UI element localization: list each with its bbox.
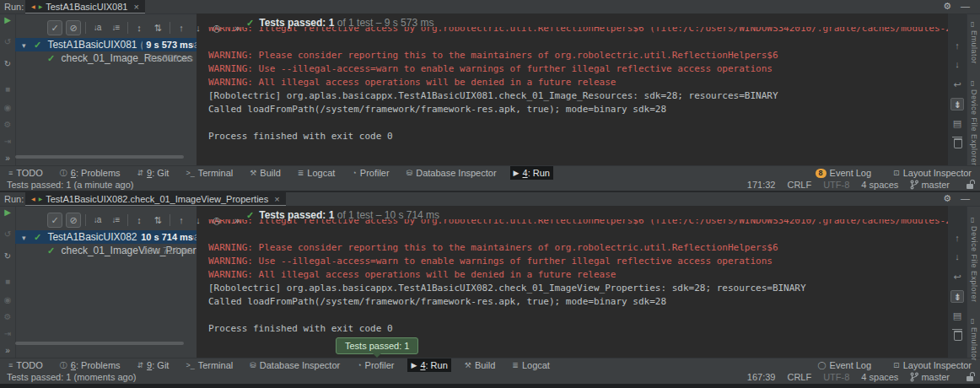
scroll-up-button[interactable]: ↑ [948,40,967,51]
left-toolbar: ▶ ↺ ↻ ■ ◉ ⚙ ⇥ » [0,13,16,165]
toolwindow-problems[interactable]: ⓘ6: Problems [57,358,124,372]
print-button[interactable]: ▤ [948,118,967,129]
collapse-all-button[interactable]: ⇅ [150,213,165,228]
test-settings-button[interactable]: ⚙ [0,120,15,130]
toolwindow-build[interactable]: ⚒Build [246,166,284,180]
sidebar-tab-emulator[interactable]: Emulator [970,327,978,361]
more-options-icon[interactable]: » [0,154,15,164]
scroll-down-button[interactable]: ↓ [948,59,967,69]
rerun-failed-tests-button[interactable]: ↺ [0,37,15,47]
hide-icon[interactable]: — [961,193,970,203]
close-icon[interactable]: × [133,2,138,12]
toolwindow-logcat[interactable]: ≣Logcat [509,358,553,372]
screenshot-button[interactable]: ◉ [0,103,15,113]
git-branch-widget[interactable]: master [910,370,950,384]
run-tab[interactable]: ◀▶ TestA1BasicUIX081 × [25,0,145,13]
next-failed-test-button[interactable]: ↓ [191,20,206,35]
gear-icon[interactable]: ⚙ [943,193,951,204]
show-passed-toggle[interactable]: ✓ [47,20,62,35]
indent-setting[interactable]: 4 spaces [861,372,898,382]
rerun-button[interactable]: ▶ [0,15,15,25]
sidebar-tab-emulator[interactable]: Emulator [970,30,978,64]
toolwindow-build[interactable]: ⚒Build [461,358,499,372]
next-failed-test-button[interactable]: ↓ [191,213,206,228]
toolwindow-todo[interactable]: ≡TODO [5,358,46,372]
indent-setting[interactable]: 4 spaces [861,180,898,190]
test-history-button[interactable]: ◷ [209,20,224,35]
screenshot-button[interactable]: ◉ [0,295,15,305]
test-duration: 9 s 573 ms [143,38,193,51]
test-tree-child-row[interactable]: ✓ check_01_ImageView_Properties 10 s 714… [15,244,197,257]
tree-horizontal-scrollbar[interactable] [15,342,184,345]
toolwindow-terminal[interactable]: >_Terminal [182,358,236,372]
clear-console-button[interactable] [954,331,962,341]
rerun-button[interactable]: ▶ [0,207,15,218]
line-ending[interactable]: CRLF [787,372,811,382]
sidebar-tab-device-file-explorer[interactable]: Device File Explorer [970,89,978,166]
chevron-down-icon[interactable]: ▾ [22,234,26,242]
more-toolbar-icon[interactable]: » [229,20,245,35]
show-ignored-toggle[interactable]: ⊘ [66,213,81,228]
toolwindow-database-inspector[interactable]: ⛁Database Inspector [403,166,500,180]
clear-console-button[interactable] [954,138,962,148]
stop-button[interactable]: ■ [0,84,15,94]
caret-position[interactable]: 167:39 [747,372,776,382]
sort-by-duration-button[interactable]: ↓≡ [108,213,123,228]
run-tab[interactable]: ◀▶ TestA1BasicUIX082.check_01_ImageView_… [25,192,286,206]
file-encoding[interactable]: UTF-8 [823,180,849,190]
expand-all-button[interactable]: ↕ [132,20,147,35]
sidebar-tab-device-file-explorer[interactable]: Device File Explorer [970,226,978,303]
toggle-auto-test-button[interactable]: ↻ [0,251,15,261]
print-button[interactable]: ▤ [948,310,967,321]
toolwindow-git[interactable]: ⇵9: Git [134,358,173,372]
test-history-button[interactable]: ◷ [209,213,224,228]
test-tree-child-row[interactable]: ✓ check_01_Image_Resources 9 s 573 ms [15,51,197,65]
scroll-to-end-toggle[interactable]: ⇟ [950,290,964,303]
test-tree-root-row[interactable]: ▾ ✓ TestA1BasicUIX081(org.aplas.basica 9… [15,38,197,51]
toolwindow-run[interactable]: ▶4: Run [510,166,553,180]
exit-button[interactable]: ⇥ [0,137,15,147]
git-branch-widget[interactable]: master [910,178,950,191]
more-toolbar-icon[interactable]: » [229,213,245,228]
unlocked-icon[interactable] [967,184,973,189]
hide-icon[interactable]: — [961,1,970,11]
sort-by-duration-button[interactable]: ↓≡ [108,20,123,35]
previous-failed-test-button[interactable]: ↑ [174,20,189,35]
more-options-icon[interactable]: » [0,346,15,356]
scroll-up-button[interactable]: ↑ [948,233,967,243]
soft-wrap-button[interactable]: ↩ [948,272,967,283]
toggle-auto-test-button[interactable]: ↻ [0,59,15,69]
tree-horizontal-scrollbar[interactable] [15,155,184,159]
collapse-all-button[interactable]: ⇅ [150,20,165,35]
toolwindow-todo[interactable]: ≡TODO [5,166,46,180]
toolwindow-database-inspector[interactable]: ⛁Database Inspector [246,358,343,372]
expand-all-button[interactable]: ↕ [132,213,147,228]
test-settings-button[interactable]: ⚙ [0,312,15,322]
line-ending[interactable]: CRLF [787,180,811,190]
show-passed-toggle[interactable]: ✓ [47,213,62,228]
sort-alphabetically-button[interactable]: ↓a [89,213,105,228]
test-tree-root-row[interactable]: ▾ ✓ TestA1BasicUIX082(org.aplas.basica 1… [15,230,197,244]
close-icon[interactable]: × [274,194,279,204]
previous-failed-test-button[interactable]: ↑ [174,213,189,228]
toolwindow-terminal[interactable]: >_Terminal [182,166,236,180]
sort-alphabetically-button[interactable]: ↓a [89,20,105,35]
toolwindow-profiler[interactable]: ◔Profiler [348,166,392,180]
caret-position[interactable]: 171:32 [747,180,776,190]
toolwindow-run[interactable]: ▶4: Run [407,358,450,372]
chevron-down-icon[interactable]: ▾ [22,41,26,50]
toolwindow-logcat[interactable]: ≣Logcat [294,166,339,180]
exit-button[interactable]: ⇥ [0,329,15,339]
toolwindow-git[interactable]: ⇵9: Git [134,166,173,180]
toolwindow-problems[interactable]: ⓘ6: Problems [57,166,124,180]
file-encoding[interactable]: UTF-8 [823,372,849,382]
gear-icon[interactable]: ⚙ [943,1,951,12]
show-ignored-toggle[interactable]: ⊘ [66,20,81,35]
stop-button[interactable]: ■ [0,277,15,287]
scroll-to-end-toggle[interactable]: ⇟ [950,98,964,110]
rerun-failed-tests-button[interactable]: ↺ [0,229,15,240]
soft-wrap-button[interactable]: ↩ [948,79,967,90]
unlocked-icon[interactable] [967,376,973,381]
toolbar-divider [85,22,86,34]
scroll-down-button[interactable]: ↓ [948,251,967,261]
